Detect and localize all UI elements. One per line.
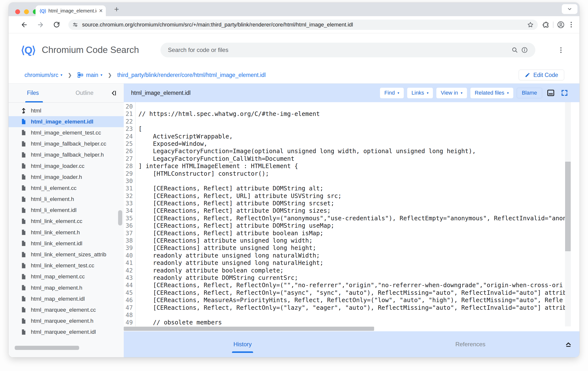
- file-row[interactable]: html_marquee_element.idl: [9, 327, 124, 338]
- line-number[interactable]: 40: [124, 252, 133, 259]
- file-row[interactable]: html_link_element.h: [9, 227, 124, 238]
- browser-tab[interactable]: ⟨Q⟩ html_image_element.idl - Chr ✕: [36, 5, 106, 16]
- file-row[interactable]: html_li_element.cc: [9, 183, 124, 194]
- line-number[interactable]: 25: [124, 140, 133, 148]
- forward-arrow-icon: [37, 21, 44, 28]
- close-window-button[interactable]: [15, 9, 20, 14]
- toggle-panel-button[interactable]: [546, 88, 556, 98]
- line-number[interactable]: 24: [124, 133, 133, 140]
- file-row[interactable]: html_image_fallback_helper.h: [9, 149, 124, 161]
- line-number[interactable]: 45: [124, 289, 133, 297]
- sidebar-horizontal-scrollbar[interactable]: [15, 346, 79, 350]
- line-number[interactable]: 42: [124, 267, 133, 274]
- file-row[interactable]: html_image_fallback_helper.cc: [9, 138, 124, 149]
- url-text[interactable]: source.chromium.org/chromium/chromium/sr…: [82, 22, 526, 28]
- code-horizontal-scrollbar-thumb[interactable]: [124, 327, 374, 331]
- reload-button[interactable]: [51, 19, 62, 30]
- line-number[interactable]: 41: [124, 259, 133, 267]
- line-number[interactable]: 35: [124, 215, 133, 222]
- file-row[interactable]: html_marquee_element.cc: [9, 304, 124, 315]
- line-number[interactable]: 30: [124, 177, 133, 185]
- line-number[interactable]: 29: [124, 170, 133, 177]
- toolbar-dropdown-button[interactable]: Links ▾: [407, 88, 433, 98]
- toolbar-dropdown-button[interactable]: Find ▾: [380, 88, 404, 98]
- toolbar-dropdown-button[interactable]: View in ▾: [436, 88, 467, 98]
- file-row[interactable]: html_image_loader.h: [9, 172, 124, 183]
- collapse-sidebar-button[interactable]: [110, 90, 117, 97]
- line-number[interactable]: 28: [124, 162, 133, 170]
- line-number[interactable]: 49: [124, 319, 133, 326]
- back-button[interactable]: [19, 19, 30, 30]
- code-vertical-scrollbar-track[interactable]: [565, 102, 571, 326]
- code-view[interactable]: 20 21 // https://html.spec.whatwg.org/C/…: [124, 102, 579, 326]
- file-row[interactable]: html_link_element_test.cc: [9, 260, 124, 271]
- code-horizontal-scrollbar[interactable]: [124, 326, 579, 331]
- search-input[interactable]: Search for code or files: [160, 43, 535, 57]
- line-number[interactable]: 27: [124, 155, 133, 162]
- tab-references[interactable]: References: [450, 331, 491, 357]
- file-row[interactable]: html_link_element.cc: [9, 216, 124, 227]
- breadcrumb-branch[interactable]: main ▾: [77, 72, 102, 78]
- expand-panel-button[interactable]: [564, 340, 573, 348]
- tab-outline[interactable]: Outline: [76, 90, 94, 96]
- line-number[interactable]: 22: [124, 118, 133, 125]
- fullscreen-button[interactable]: [559, 88, 570, 98]
- file-row[interactable]: html_marquee_element.h: [9, 316, 124, 327]
- line-number[interactable]: 34: [124, 207, 133, 214]
- file-row[interactable]: html_map_element.cc: [9, 271, 124, 282]
- search-button[interactable]: [510, 45, 520, 55]
- site-settings-icon: [72, 22, 78, 28]
- breadcrumb-repo[interactable]: chromium/src ▾: [24, 72, 62, 78]
- sidebar-vertical-scrollbar[interactable]: [118, 210, 122, 225]
- file-row[interactable]: html_li_element.idl: [9, 205, 124, 216]
- line-number[interactable]: 31: [124, 185, 133, 192]
- profile-button[interactable]: [555, 19, 566, 30]
- search-help-button[interactable]: [520, 45, 529, 55]
- file-row[interactable]: html_li_element.h: [9, 194, 124, 205]
- extensions-button[interactable]: [540, 19, 551, 30]
- line-number[interactable]: 33: [124, 200, 133, 207]
- file-label: html_image_loader.cc: [31, 163, 85, 169]
- line-number[interactable]: 48: [124, 311, 133, 319]
- browser-menu-button[interactable]: [566, 19, 576, 30]
- code-vertical-scrollbar-thumb[interactable]: [565, 162, 571, 251]
- file-row[interactable]: html_map_element.h: [9, 282, 124, 293]
- forward-button[interactable]: [35, 19, 46, 30]
- tab-search-button[interactable]: [562, 4, 577, 14]
- toolbar-dropdown-button[interactable]: Related files ▾: [470, 88, 513, 98]
- file-row[interactable]: html_link_element_sizes_attrib: [9, 249, 124, 260]
- line-number[interactable]: 47: [124, 304, 133, 311]
- line-number[interactable]: 26: [124, 148, 133, 155]
- tab-files[interactable]: Files: [27, 90, 39, 96]
- file-icon: [20, 240, 27, 247]
- line-text: [CEReactions, Reflect, URL] attribute US…: [133, 192, 342, 200]
- file-row[interactable]: html_image_element_test.cc: [9, 127, 124, 138]
- line-number[interactable]: 38: [124, 237, 133, 244]
- address-bar[interactable]: source.chromium.org/chromium/chromium/sr…: [68, 20, 538, 30]
- blame-button[interactable]: Blame: [517, 88, 542, 98]
- line-number[interactable]: 43: [124, 274, 133, 282]
- minimize-window-button[interactable]: [24, 9, 29, 14]
- line-number[interactable]: 39: [124, 244, 133, 252]
- line-number[interactable]: 23: [124, 125, 133, 133]
- tab-close-icon[interactable]: ✕: [99, 8, 103, 14]
- bookmark-button[interactable]: [526, 20, 535, 30]
- breadcrumb-path[interactable]: third_party/blink/renderer/core/html/htm…: [117, 72, 266, 78]
- tab-history[interactable]: History: [222, 331, 263, 357]
- line-number[interactable]: 21: [124, 110, 133, 118]
- edit-code-button[interactable]: Edit Code: [519, 70, 564, 80]
- line-number[interactable]: 44: [124, 282, 133, 289]
- file-row[interactable]: html_image_element.idl: [9, 116, 124, 127]
- line-number[interactable]: 37: [124, 230, 133, 237]
- parent-directory-row[interactable]: html: [9, 105, 124, 116]
- line-number[interactable]: 46: [124, 297, 133, 304]
- code-line: 28 ] interface HTMLImageElement : HTMLEl…: [124, 162, 579, 170]
- line-number[interactable]: 36: [124, 222, 133, 229]
- page-menu-button[interactable]: [556, 45, 566, 55]
- file-row[interactable]: html_image_loader.cc: [9, 161, 124, 172]
- line-number[interactable]: 32: [124, 192, 133, 200]
- file-row[interactable]: html_map_element.idl: [9, 293, 124, 304]
- new-tab-button[interactable]: +: [111, 3, 122, 15]
- line-number[interactable]: 20: [124, 103, 133, 110]
- file-row[interactable]: html_link_element.idl: [9, 238, 124, 249]
